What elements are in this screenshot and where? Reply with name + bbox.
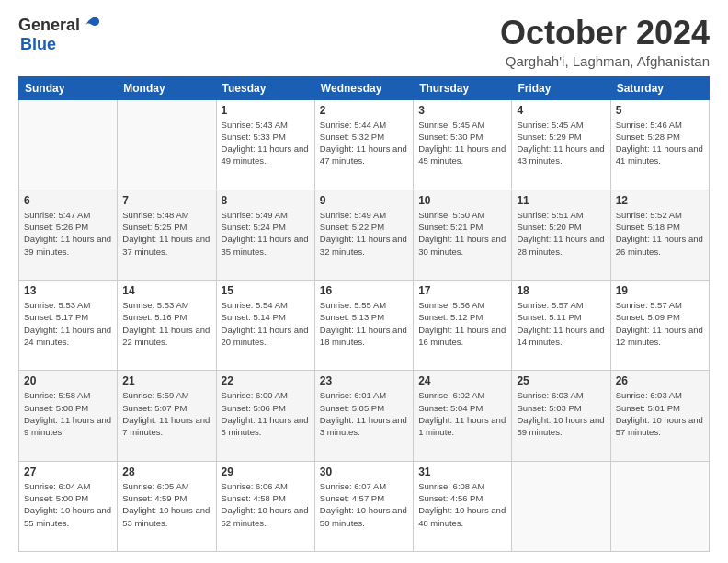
week-row-2: 6Sunrise: 5:47 AM Sunset: 5:26 PM Daylig…: [19, 190, 710, 280]
day-info: Sunrise: 5:44 AM Sunset: 5:32 PM Dayligh…: [320, 119, 408, 167]
calendar-cell: 13Sunrise: 5:53 AM Sunset: 5:17 PM Dayli…: [19, 281, 118, 371]
day-number: 22: [222, 374, 310, 387]
day-number: 29: [222, 465, 310, 478]
calendar-cell: [118, 99, 216, 190]
page: General Blue October 2024 Qarghah'i, Lag…: [0, 0, 728, 563]
calendar-cell: 8Sunrise: 5:49 AM Sunset: 5:24 PM Daylig…: [216, 190, 314, 280]
weekday-header-wednesday: Wednesday: [314, 76, 413, 99]
day-number: 6: [24, 194, 112, 207]
day-number: 9: [320, 194, 408, 207]
day-info: Sunrise: 5:48 AM Sunset: 5:25 PM Dayligh…: [122, 209, 210, 258]
day-info: Sunrise: 6:02 AM Sunset: 5:04 PM Dayligh…: [418, 389, 506, 438]
day-info: Sunrise: 5:58 AM Sunset: 5:08 PM Dayligh…: [24, 389, 112, 438]
weekday-header-thursday: Thursday: [414, 76, 512, 99]
calendar-cell: 11Sunrise: 5:51 AM Sunset: 5:20 PM Dayli…: [512, 190, 610, 280]
day-info: Sunrise: 5:53 AM Sunset: 5:16 PM Dayligh…: [122, 299, 210, 348]
calendar-cell: 27Sunrise: 6:04 AM Sunset: 5:00 PM Dayli…: [19, 461, 118, 551]
day-number: 7: [122, 194, 210, 207]
calendar-table: SundayMondayTuesdayWednesdayThursdayFrid…: [18, 76, 710, 552]
calendar-cell: [610, 461, 709, 551]
logo: General Blue: [18, 15, 102, 54]
day-info: Sunrise: 5:45 AM Sunset: 5:29 PM Dayligh…: [517, 119, 605, 167]
day-number: 19: [616, 284, 704, 297]
calendar-cell: 14Sunrise: 5:53 AM Sunset: 5:16 PM Dayli…: [118, 281, 216, 371]
day-info: Sunrise: 5:49 AM Sunset: 5:22 PM Dayligh…: [320, 209, 408, 258]
day-info: Sunrise: 5:53 AM Sunset: 5:17 PM Dayligh…: [24, 299, 112, 348]
day-number: 1: [222, 104, 310, 117]
day-number: 18: [517, 284, 605, 297]
header: General Blue October 2024 Qarghah'i, Lag…: [18, 15, 710, 69]
calendar-cell: 18Sunrise: 5:57 AM Sunset: 5:11 PM Dayli…: [512, 281, 610, 371]
day-info: Sunrise: 6:04 AM Sunset: 5:00 PM Dayligh…: [24, 480, 112, 529]
day-info: Sunrise: 6:07 AM Sunset: 4:57 PM Dayligh…: [320, 480, 408, 529]
location-title: Qarghah'i, Laghman, Afghanistan: [500, 53, 710, 69]
day-number: 20: [24, 374, 112, 387]
weekday-header-friday: Friday: [512, 76, 610, 99]
day-number: 4: [517, 104, 605, 117]
calendar-cell: 1Sunrise: 5:43 AM Sunset: 5:33 PM Daylig…: [216, 99, 314, 190]
day-number: 30: [320, 465, 408, 478]
calendar-cell: 5Sunrise: 5:46 AM Sunset: 5:28 PM Daylig…: [610, 99, 709, 190]
day-number: 15: [222, 284, 310, 297]
day-number: 2: [320, 104, 408, 117]
day-number: 17: [418, 284, 506, 297]
logo-general-text: General: [18, 16, 80, 35]
logo-bird-icon: [82, 15, 102, 35]
weekday-header-tuesday: Tuesday: [216, 76, 314, 99]
day-info: Sunrise: 5:51 AM Sunset: 5:20 PM Dayligh…: [517, 209, 605, 258]
day-info: Sunrise: 6:01 AM Sunset: 5:05 PM Dayligh…: [320, 389, 408, 438]
day-info: Sunrise: 6:00 AM Sunset: 5:06 PM Dayligh…: [222, 389, 310, 438]
day-number: 31: [418, 465, 506, 478]
day-number: 24: [418, 374, 506, 387]
week-row-4: 20Sunrise: 5:58 AM Sunset: 5:08 PM Dayli…: [19, 371, 710, 461]
calendar-cell: 28Sunrise: 6:05 AM Sunset: 4:59 PM Dayli…: [118, 461, 216, 551]
day-info: Sunrise: 5:49 AM Sunset: 5:24 PM Dayligh…: [222, 209, 310, 258]
day-number: 27: [24, 465, 112, 478]
calendar-cell: 15Sunrise: 5:54 AM Sunset: 5:14 PM Dayli…: [216, 281, 314, 371]
day-info: Sunrise: 6:05 AM Sunset: 4:59 PM Dayligh…: [122, 480, 210, 529]
day-info: Sunrise: 5:50 AM Sunset: 5:21 PM Dayligh…: [418, 209, 506, 258]
day-info: Sunrise: 6:03 AM Sunset: 5:03 PM Dayligh…: [517, 389, 605, 438]
calendar-cell: 29Sunrise: 6:06 AM Sunset: 4:58 PM Dayli…: [216, 461, 314, 551]
calendar-cell: 24Sunrise: 6:02 AM Sunset: 5:04 PM Dayli…: [414, 371, 512, 461]
day-info: Sunrise: 5:55 AM Sunset: 5:13 PM Dayligh…: [320, 299, 408, 348]
day-info: Sunrise: 5:45 AM Sunset: 5:30 PM Dayligh…: [418, 119, 506, 167]
day-info: Sunrise: 5:59 AM Sunset: 5:07 PM Dayligh…: [122, 389, 210, 438]
week-row-5: 27Sunrise: 6:04 AM Sunset: 5:00 PM Dayli…: [19, 461, 710, 551]
day-info: Sunrise: 5:46 AM Sunset: 5:28 PM Dayligh…: [616, 119, 704, 167]
calendar-cell: 23Sunrise: 6:01 AM Sunset: 5:05 PM Dayli…: [314, 371, 413, 461]
calendar-cell: 22Sunrise: 6:00 AM Sunset: 5:06 PM Dayli…: [216, 371, 314, 461]
day-info: Sunrise: 5:56 AM Sunset: 5:12 PM Dayligh…: [418, 299, 506, 348]
day-number: 28: [122, 465, 210, 478]
calendar-cell: 20Sunrise: 5:58 AM Sunset: 5:08 PM Dayli…: [19, 371, 118, 461]
calendar-cell: 26Sunrise: 6:03 AM Sunset: 5:01 PM Dayli…: [610, 371, 709, 461]
day-number: 25: [517, 374, 605, 387]
day-number: 21: [122, 374, 210, 387]
logo-blue-text: Blue: [20, 35, 56, 53]
day-info: Sunrise: 5:52 AM Sunset: 5:18 PM Dayligh…: [616, 209, 704, 258]
day-number: 3: [418, 104, 506, 117]
day-info: Sunrise: 6:08 AM Sunset: 4:56 PM Dayligh…: [418, 480, 506, 529]
calendar-cell: [512, 461, 610, 551]
calendar-cell: 16Sunrise: 5:55 AM Sunset: 5:13 PM Dayli…: [314, 281, 413, 371]
title-block: October 2024 Qarghah'i, Laghman, Afghani…: [500, 15, 710, 69]
month-title: October 2024: [500, 15, 710, 52]
calendar-body: 1Sunrise: 5:43 AM Sunset: 5:33 PM Daylig…: [19, 99, 710, 551]
day-number: 14: [122, 284, 210, 297]
calendar-cell: 7Sunrise: 5:48 AM Sunset: 5:25 PM Daylig…: [118, 190, 216, 280]
calendar-cell: 10Sunrise: 5:50 AM Sunset: 5:21 PM Dayli…: [414, 190, 512, 280]
calendar-cell: 21Sunrise: 5:59 AM Sunset: 5:07 PM Dayli…: [118, 371, 216, 461]
day-info: Sunrise: 5:54 AM Sunset: 5:14 PM Dayligh…: [222, 299, 310, 348]
weekday-header-sunday: Sunday: [19, 76, 118, 99]
weekday-header-monday: Monday: [118, 76, 216, 99]
calendar-cell: 30Sunrise: 6:07 AM Sunset: 4:57 PM Dayli…: [314, 461, 413, 551]
calendar-cell: [19, 99, 118, 190]
day-info: Sunrise: 5:47 AM Sunset: 5:26 PM Dayligh…: [24, 209, 112, 258]
week-row-1: 1Sunrise: 5:43 AM Sunset: 5:33 PM Daylig…: [19, 99, 710, 190]
day-info: Sunrise: 5:57 AM Sunset: 5:11 PM Dayligh…: [517, 299, 605, 348]
day-number: 5: [616, 104, 704, 117]
day-info: Sunrise: 6:06 AM Sunset: 4:58 PM Dayligh…: [222, 480, 310, 529]
day-number: 12: [616, 194, 704, 207]
weekday-header-saturday: Saturday: [610, 76, 709, 99]
calendar-cell: 31Sunrise: 6:08 AM Sunset: 4:56 PM Dayli…: [414, 461, 512, 551]
